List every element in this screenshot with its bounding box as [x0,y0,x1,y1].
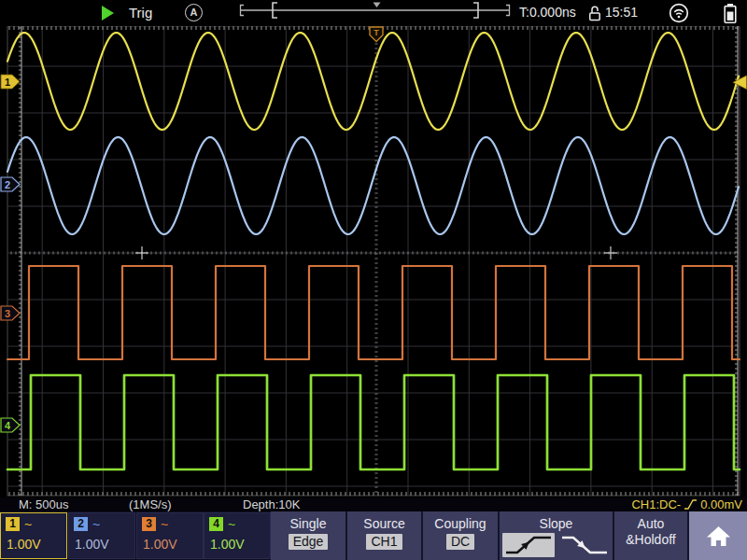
channel-box-3[interactable]: 3 ~ 1.00V [136,512,204,559]
ch1-number-chip: 1 [6,517,20,531]
trigger-source-value: CH1 [366,534,402,550]
trigger-readout: CH1:DC- 0.00mV [631,497,742,511]
channel-zone: 1 ~ 1.00V 2 ~ 1.00V 3 ~ 1.00V 4 ~ 1.00V [0,511,271,560]
trigger-source-button[interactable]: Source CH1 [347,511,421,560]
trig-status-label: Trig [129,5,152,21]
unlock-icon [588,5,601,21]
slope-label: Slope [540,516,573,531]
wifi-icon [669,3,689,23]
memory-position-bar [233,0,518,24]
home-icon [706,525,731,547]
top-status-bar: Trig A T:0.000ns 15:51 [0,0,747,26]
trigger-flag-label: T [374,28,379,37]
coupling-label: Coupling [434,516,486,531]
memory-position-marker [374,3,381,8]
auto-trigger-icon: A [185,4,203,21]
trigger-source-label: Source [363,516,404,531]
softkey-menu: Single Edge Source CH1 Coupling DC Slope [271,511,747,560]
trigger-mode-button[interactable]: Single Edge [271,511,345,560]
home-button[interactable] [689,511,747,560]
slope-button[interactable]: Slope [500,511,613,560]
battery-icon [723,3,738,24]
depth-readout: Depth:10K [243,497,300,511]
coupling-value: DC [446,534,474,550]
oscilloscope-screen: Trig A T:0.000ns 15:51 [0,0,747,560]
coupling-button[interactable]: Coupling DC [423,511,498,560]
ch2-coupling-symbol: ~ [92,518,100,531]
ch2-number-chip: 2 [74,517,88,531]
ch3-marker-label: 3 [5,308,10,319]
channel-box-2[interactable]: 2 ~ 1.00V [68,512,135,559]
ch1-volts-per-div: 1.00V [7,537,66,552]
ch2-volts-per-div: 1.00V [75,537,134,552]
channel-box-1[interactable]: 1 ~ 1.00V [0,512,67,559]
ch3-number-chip: 3 [142,517,156,531]
run-state-play-icon [102,6,114,21]
rising-edge-icon [502,533,555,557]
sample-rate-readout: (1MS/s) [129,497,172,511]
auto-holdoff-button[interactable]: Auto &Holdoff [614,511,687,560]
rising-edge-glyph-icon [684,498,698,511]
trigger-source-coupling: CH1:DC- [631,497,681,511]
bottom-menu-bar: 1 ~ 1.00V 2 ~ 1.00V 3 ~ 1.00V 4 ~ 1.00V [0,511,747,560]
clock: 15:51 [605,5,638,20]
waveform-display: 1 2 3 4 T [0,0,747,497]
graticule [7,26,740,496]
trigger-mode-value: Edge [289,534,329,550]
ch1-coupling-symbol: ~ [24,518,32,531]
ch4-volts-per-div: 1.00V [210,537,270,552]
bottom-status-bar: M: 500us (1MS/s) Depth:10K CH1:DC- 0.00m… [0,497,747,511]
holdoff-label: &Holdoff [626,532,675,547]
ch4-number-chip: 4 [209,517,223,531]
ch1-marker-label: 1 [5,77,10,88]
channel-box-4[interactable]: 4 ~ 1.00V [204,512,271,559]
auto-label: Auto [638,516,665,531]
trigger-level-readout: 0.00mV [700,497,742,511]
ch4-marker-label: 4 [5,420,11,431]
ch3-volts-per-div: 1.00V [143,537,203,552]
rising-slope-option[interactable] [502,533,555,557]
ch3-coupling-symbol: ~ [161,518,168,531]
ch4-coupling-symbol: ~ [228,518,235,531]
timebase-readout: M: 500us [19,497,68,511]
ch2-marker-label: 2 [5,179,10,190]
trigger-mode-label: Single [290,516,327,531]
trigger-time-offset: T:0.000ns [519,5,576,20]
falling-edge-icon[interactable] [558,533,611,557]
